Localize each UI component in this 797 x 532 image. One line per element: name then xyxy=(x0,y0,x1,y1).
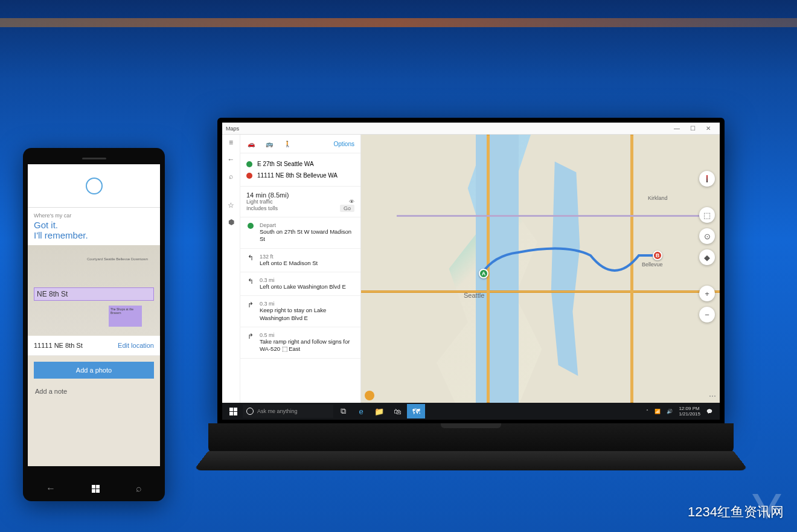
window-title: Maps xyxy=(226,126,669,132)
phone-screen: Where's my car Got it. I'll remember. Co… xyxy=(28,164,160,466)
explorer-icon[interactable]: 📁 xyxy=(371,404,388,418)
3d-icon[interactable]: ⬢ xyxy=(228,218,234,226)
phone-street-label: NE 8th St xyxy=(37,290,68,298)
step-instruction: South on 27th St W toward Madison St xyxy=(260,228,354,243)
step-instruction: Left onto Lake Washington Blvd E xyxy=(260,283,346,290)
location-row: 11111 NE 8th St Edit location xyxy=(28,336,160,356)
direction-step[interactable]: ↱0.3 miKeep right to stay on Lake Washin… xyxy=(240,296,360,327)
travel-modes: 🚗 🚌 🚶 Options xyxy=(240,135,360,153)
route-line xyxy=(361,135,720,403)
point-b-icon xyxy=(246,173,252,179)
directions-back-icon[interactable]: ← xyxy=(228,155,235,164)
compass-icon[interactable] xyxy=(699,171,715,187)
phone-device: Where's my car Got it. I'll remember. Co… xyxy=(23,148,165,501)
details-icon[interactable]: 👁 xyxy=(349,199,354,205)
directions-steps: DepartSouth on 27th St W toward Madison … xyxy=(240,217,360,359)
to-text: 11111 NE 8th St Bellevue WA xyxy=(257,172,338,179)
map-canvas[interactable]: A B Seattle Bellevue Kirkland ⬚ ⊙ ◆ + − … xyxy=(361,135,720,403)
tray-volume-icon[interactable]: 🔊 xyxy=(667,409,673,414)
turn-icon: ↱ xyxy=(246,301,255,322)
phone-poi-bubble: The Shops at the Bravern xyxy=(109,306,142,327)
zoom-out-button[interactable]: − xyxy=(699,307,715,322)
turn-icon: ↱ xyxy=(246,332,255,353)
mode-drive-icon[interactable]: 🚗 xyxy=(246,139,256,148)
location-address: 11111 NE 8th St xyxy=(34,342,83,349)
laptop-screen: Maps ― ☐ ✕ ≡ ← ⌕ ☆ ⬢ 🚗 🚌 🚶 xyxy=(217,118,725,425)
user-avatar-icon[interactable] xyxy=(365,391,374,400)
map-style-button[interactable]: ⬚ xyxy=(699,207,715,223)
phone-speaker xyxy=(82,158,106,159)
action-center-icon[interactable]: 💬 xyxy=(706,409,712,414)
cortana-answer-2: I'll remember. xyxy=(34,230,154,240)
map-pin-a[interactable]: A xyxy=(479,269,488,278)
laptop-base xyxy=(208,423,734,453)
mode-transit-icon[interactable]: 🚌 xyxy=(264,139,274,148)
turn-icon: ↰ xyxy=(246,254,255,267)
task-view-icon[interactable]: ⧉ xyxy=(334,404,351,418)
maximize-button[interactable]: ☐ xyxy=(685,125,700,132)
from-text: E 27th St Seattle WA xyxy=(257,161,314,167)
tolls-text: Includes tolls xyxy=(246,205,278,211)
window-titlebar: Maps ― ☐ ✕ xyxy=(222,123,720,135)
edit-location-link[interactable]: Edit location xyxy=(118,342,154,349)
stage-accent-bar xyxy=(0,18,797,27)
city-kirkland: Kirkland xyxy=(648,195,668,201)
back-icon[interactable]: ← xyxy=(46,483,56,494)
city-bellevue: Bellevue xyxy=(642,261,663,268)
map-pin-b[interactable]: B xyxy=(653,251,662,260)
direction-step[interactable]: ↰0.3 miLeft onto Lake Washington Blvd E xyxy=(240,272,360,296)
map-menu-icon[interactable]: ⋯ xyxy=(709,392,716,400)
close-button[interactable]: ✕ xyxy=(700,125,716,132)
cortana-search-box[interactable]: Ask me anything xyxy=(243,405,333,418)
tilt-button[interactable]: ◆ xyxy=(699,249,715,265)
options-link[interactable]: Options xyxy=(334,141,354,147)
favorites-icon[interactable]: ☆ xyxy=(228,201,234,210)
step-instruction: Take ramp right and follow signs for WA-… xyxy=(260,338,354,353)
add-photo-button[interactable]: Add a photo xyxy=(34,362,154,379)
direction-step[interactable]: ↱0.5 miTake ramp right and follow signs … xyxy=(240,327,360,359)
ie-icon[interactable]: e xyxy=(353,404,370,418)
step-instruction: Left onto E Madison St xyxy=(260,260,318,267)
route-summary[interactable]: 14 min (8.5mi) Light traffic👁 Includes t… xyxy=(240,187,360,217)
cortana-answer-1: Got it. xyxy=(34,220,154,230)
store-icon[interactable]: 🛍 xyxy=(389,404,406,418)
start-icon[interactable] xyxy=(92,485,100,493)
step-distance: Depart xyxy=(260,222,354,228)
depart-icon xyxy=(246,222,255,243)
direction-step[interactable]: ↰132 ftLeft onto E Madison St xyxy=(240,249,360,272)
maps-taskbar-icon[interactable]: 🗺 xyxy=(407,404,425,418)
add-note-link[interactable]: Add a note xyxy=(28,385,160,398)
taskbar-clock[interactable]: 12:09 PM 1/21/2015 xyxy=(679,406,700,417)
menu-icon[interactable]: ≡ xyxy=(229,138,233,147)
to-row[interactable]: 11111 NE 8th St Bellevue WA xyxy=(246,170,354,181)
city-seattle: Seattle xyxy=(464,292,484,299)
direction-step[interactable]: DepartSouth on 27th St W toward Madison … xyxy=(240,217,360,249)
search-icon[interactable]: ⌕ xyxy=(136,483,142,494)
cortana-header xyxy=(28,164,160,208)
cortana-query: Where's my car xyxy=(34,213,154,219)
phone-map[interactable]: Courtyard Seattle Bellevue Downtown NE 8… xyxy=(28,245,160,336)
eta-text: 14 min (8.5mi) xyxy=(246,191,354,199)
from-row[interactable]: E 27th St Seattle WA xyxy=(246,158,354,170)
step-distance: 132 ft xyxy=(260,254,318,260)
directions-panel: 🚗 🚌 🚶 Options E 27th St Seattle WA 11111… xyxy=(240,135,361,403)
tray-up-icon[interactable]: ˄ xyxy=(646,409,648,414)
tray-network-icon[interactable]: 📶 xyxy=(655,409,661,414)
minimize-button[interactable]: ― xyxy=(669,125,685,132)
app-body: ≡ ← ⌕ ☆ ⬢ 🚗 🚌 🚶 Options E 27th St Seattl… xyxy=(222,135,720,403)
mode-walk-icon[interactable]: 🚶 xyxy=(283,139,292,148)
zoom-in-button[interactable]: + xyxy=(699,286,715,301)
start-button[interactable] xyxy=(225,404,242,418)
windows-taskbar: Ask me anything ⧉ e 📁 🛍 🗺 ˄ 📶 🔊 12:09 PM… xyxy=(222,403,720,420)
laptop-keyboard-deck xyxy=(194,451,749,470)
step-instruction: Keep right to stay on Lake Washington Bl… xyxy=(260,307,354,322)
go-button[interactable]: Go xyxy=(340,205,354,212)
cortana-icon[interactable] xyxy=(86,178,103,194)
cortana-icon xyxy=(246,408,254,415)
search-icon[interactable]: ⌕ xyxy=(229,172,233,181)
step-distance: 0.3 mi xyxy=(260,301,354,307)
point-a-icon xyxy=(246,161,252,167)
my-location-button[interactable]: ⊙ xyxy=(699,228,715,244)
step-distance: 0.3 mi xyxy=(260,277,346,283)
map-poi-label: Courtyard Seattle Bellevue Downtown xyxy=(87,257,148,261)
